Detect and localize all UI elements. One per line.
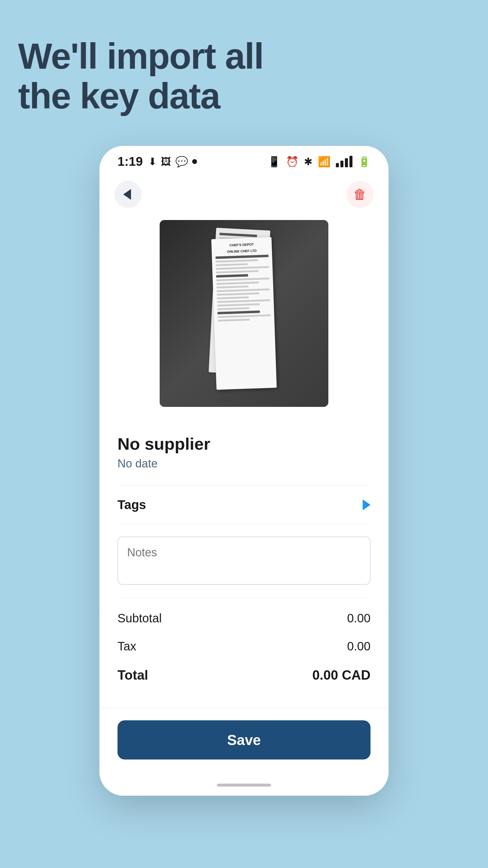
save-area: Save [99,708,389,778]
status-bar-left: 1:19 ⬇ 🖼 💬 [118,154,197,169]
status-bar-right: 📱 ⏰ ✱ 📶 🔋 [268,156,370,167]
total-row: Total 0.00 CAD [118,660,370,690]
signal-bars [336,156,352,167]
phone-icon: 📱 [268,156,281,167]
tax-label: Tax [118,640,136,653]
receipt-front: CHEF'S DEPOT ONLINE CHEF LTD [211,237,276,390]
notification-dot [192,159,197,164]
signal-bar-1 [336,163,339,167]
notes-input[interactable] [118,536,370,585]
tax-value: 0.00 [347,640,370,653]
home-indicator [99,778,389,796]
wifi-icon: 📶 [318,156,330,167]
content-area: No supplier No date Tags Subtotal 0.00 T… [99,419,389,696]
tax-row: Tax 0.00 [118,632,370,660]
subtotal-label: Subtotal [118,612,162,625]
receipt-photo: CHEF'S DEPOT ONLINE CHEF LTD [160,220,328,407]
subtotal-row: Subtotal 0.00 [118,604,370,632]
headline-line2: the key data [18,76,220,116]
back-chevron-icon [123,189,131,200]
signal-bar-3 [345,158,348,167]
receipt-store-subtitle: ONLINE CHEF LTD [216,248,268,254]
notes-container [118,536,370,586]
total-value: 0.00 CAD [313,668,370,683]
tags-row[interactable]: Tags [118,486,370,524]
battery-icon: 🔋 [358,156,370,167]
financial-section: Subtotal 0.00 Tax 0.00 Total 0.00 CAD [118,598,370,696]
trash-icon: 🗑 [353,187,367,202]
receipt-store-name: CHEF'S DEPOT [215,242,268,248]
back-button[interactable] [115,181,141,208]
save-button[interactable]: Save [118,720,370,760]
total-label: Total [118,668,148,683]
status-bar: 1:19 ⬇ 🖼 💬 📱 ⏰ ✱ 📶 🔋 [99,146,389,175]
delete-button[interactable]: 🗑 [347,181,373,208]
home-bar [217,784,271,786]
status-time: 1:19 [118,154,143,169]
headline-section: We'll import all the key data [18,36,470,116]
whatsapp-icon: 💬 [175,156,188,167]
receipt-image: CHEF'S DEPOT ONLINE CHEF LTD [160,220,328,407]
phone-mockup: 1:19 ⬇ 🖼 💬 📱 ⏰ ✱ 📶 🔋 [99,146,389,796]
top-nav: 🗑 [99,175,389,214]
supplier-name: No supplier [118,434,370,454]
headline-text: We'll import all the key data [18,36,470,116]
bluetooth-icon: ✱ [304,156,313,167]
headline-line1: We'll import all [18,36,263,76]
no-date: No date [118,457,370,470]
subtotal-value: 0.00 [347,612,370,625]
tags-label: Tags [118,498,146,512]
alarm-icon: ⏰ [286,156,298,167]
tags-chevron-icon [363,499,370,510]
image-icon: 🖼 [161,156,171,167]
status-icons-left: ⬇ 🖼 💬 [148,156,197,167]
signal-bar-2 [340,161,344,167]
signal-bar-4 [350,156,352,167]
download-icon: ⬇ [148,156,157,167]
receipt-image-container: CHEF'S DEPOT ONLINE CHEF LTD [99,214,389,419]
